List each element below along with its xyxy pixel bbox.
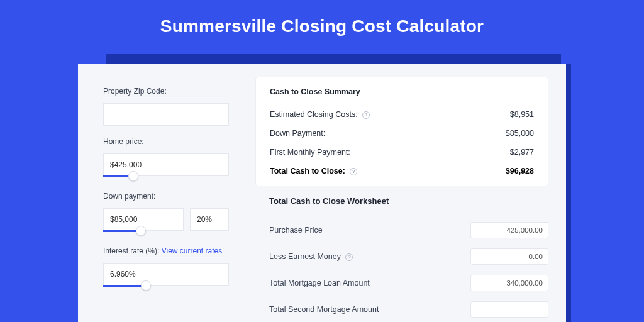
home-price-slider[interactable] [103, 175, 229, 180]
down-payment-slider[interactable] [103, 230, 229, 235]
worksheet-row: Total Mortgage Loan Amount 340,000.00 [269, 270, 548, 296]
worksheet-row-label: Total Second Mortgage Amount [269, 305, 379, 314]
summary-row-value: $85,000 [506, 129, 534, 138]
worksheet-row-label: Total Mortgage Loan Amount [269, 279, 370, 287]
worksheet-row: Less Earnest Money ? 0.00 [269, 243, 548, 270]
summary-card: Cash to Close Summary Estimated Closing … [255, 77, 548, 186]
summary-title: Cash to Close Summary [270, 87, 534, 96]
worksheet-row-label: Purchase Price [269, 226, 323, 235]
interest-rate-label: Interest rate (%): View current rates [103, 247, 229, 255]
slider-thumb[interactable] [136, 226, 146, 236]
worksheet-panel: Total Cash to Close Worksheet Purchase P… [255, 196, 566, 322]
help-icon[interactable]: ? [362, 111, 370, 119]
summary-row: First Monthly Payment: $2,977 [270, 143, 534, 162]
help-icon[interactable]: ? [345, 253, 353, 261]
zip-label: Property Zip Code: [103, 87, 229, 96]
down-payment-label: Down payment: [103, 192, 229, 201]
summary-row-label: First Monthly Payment: [270, 148, 350, 157]
home-price-input[interactable]: $425,000 [103, 153, 229, 176]
page-title: Summersville Closing Cost Calculator [0, 0, 644, 49]
summary-row-label: Estimated Closing Costs: ? [270, 110, 370, 119]
home-price-label: Home price: [103, 137, 229, 146]
summary-row-value: $8,951 [510, 110, 534, 119]
summary-total-value: $96,928 [506, 167, 534, 175]
card-shadow [106, 54, 561, 64]
worksheet-row-label: Less Earnest Money ? [269, 252, 353, 261]
slider-track [103, 230, 141, 232]
worksheet-row: Total Second Mortgage Amount [269, 296, 548, 322]
output-panel: Cash to Close Summary Estimated Closing … [245, 64, 566, 322]
worksheet-row-input[interactable]: 425,000.00 [470, 222, 548, 238]
interest-rate-slider[interactable] [103, 285, 229, 290]
down-payment-pct-input[interactable]: 20% [190, 208, 229, 231]
slider-thumb[interactable] [141, 280, 151, 291]
summary-row: Estimated Closing Costs: ? $8,951 [270, 105, 534, 124]
summary-row-value: $2,977 [510, 148, 534, 157]
slider-track [103, 285, 146, 287]
interest-rate-label-text: Interest rate (%): [103, 247, 159, 255]
slider-thumb[interactable] [128, 171, 138, 181]
calculator-card: Property Zip Code: Home price: $425,000 … [78, 64, 566, 322]
worksheet-row-input[interactable]: 0.00 [470, 248, 548, 265]
inputs-panel: Property Zip Code: Home price: $425,000 … [78, 64, 245, 322]
worksheet-row-input[interactable]: 340,000.00 [470, 275, 548, 291]
worksheet-row: Purchase Price 425,000.00 [269, 217, 548, 243]
interest-rate-input[interactable]: 6.960% [103, 263, 229, 286]
help-icon[interactable]: ? [350, 168, 357, 175]
summary-total-row: Total Cash to Close: ? $96,928 [270, 162, 534, 180]
summary-row-label: Down Payment: [270, 129, 325, 138]
view-rates-link[interactable]: View current rates [162, 247, 223, 255]
summary-row: Down Payment: $85,000 [270, 124, 534, 143]
summary-total-label: Total Cash to Close: ? [270, 167, 357, 175]
worksheet-row-input[interactable] [470, 301, 548, 318]
zip-input[interactable] [103, 103, 229, 126]
worksheet-title: Total Cash to Close Worksheet [269, 196, 548, 206]
